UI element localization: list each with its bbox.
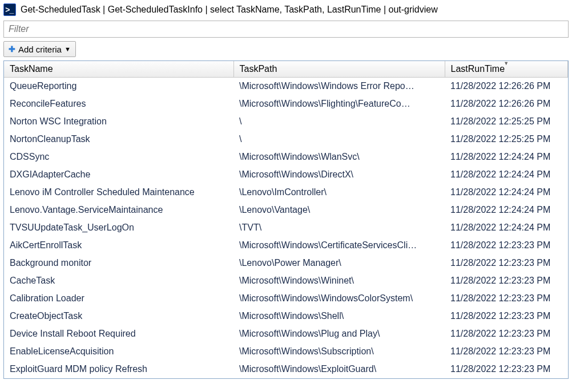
grid-container: TaskName TaskPath ▼ LastRunTime QueueRep… [3,60,569,379]
cell-taskpath: \Microsoft\Windows\Wininet\ [233,272,445,290]
table-row[interactable]: Lenovo.Vantage.ServiceMaintainance\Lenov… [4,201,568,219]
table-row[interactable]: NortonCleanupTask\11/28/2022 12:25:25 PM [4,131,568,148]
add-criteria-label: Add criteria [18,45,62,54]
window-title: Get-ScheduledTask | Get-ScheduledTaskInf… [21,5,438,15]
cell-lastruntime: 11/28/2022 12:23:23 PM [445,272,568,290]
cell-lastruntime: 11/28/2022 12:26:26 PM [445,95,568,113]
cell-lastruntime: 11/28/2022 12:24:24 PM [445,166,568,184]
titlebar[interactable]: >_ Get-ScheduledTask | Get-ScheduledTask… [0,0,572,19]
header-row: TaskName TaskPath ▼ LastRunTime [4,61,568,78]
cell-taskname: TVSUUpdateTask_UserLogOn [4,219,233,237]
cell-taskname: NortonCleanupTask [4,131,233,148]
table-row[interactable]: Background monitor\Lenovo\Power Manager\… [4,254,568,272]
table-row[interactable]: QueueReporting\Microsoft\Windows\Windows… [4,78,568,95]
cell-lastruntime: 11/28/2022 12:23:23 PM [445,308,568,325]
powershell-icon: >_ [3,3,16,16]
plus-icon: ✚ [9,45,15,54]
filter-bar [3,21,569,38]
table-row[interactable]: ReconcileFeatures\Microsoft\Windows\Flig… [4,95,568,113]
cell-lastruntime: 11/28/2022 12:23:23 PM [445,254,568,272]
cell-lastruntime: 11/28/2022 12:23:23 PM [445,361,568,378]
sort-desc-icon: ▼ [503,60,509,66]
column-header-lastruntime[interactable]: ▼ LastRunTime [445,61,568,78]
cell-taskname: ReconcileFeatures [4,95,233,113]
table-row[interactable]: CacheTask\Microsoft\Windows\Wininet\11/2… [4,272,568,290]
cell-taskname: CacheTask [4,272,233,290]
cell-taskname: Lenovo iM Controller Scheduled Maintenan… [4,184,233,201]
table-row[interactable]: DXGIAdapterCache\Microsoft\Windows\Direc… [4,166,568,184]
cell-taskname: CreateObjectTask [4,308,233,325]
cell-taskpath: \Microsoft\Windows\ExploitGuard\ [233,361,445,378]
chevron-down-icon: ▼ [65,46,71,52]
cell-lastruntime: 11/28/2022 12:26:26 PM [445,78,568,95]
table-row[interactable]: TVSUUpdateTask_UserLogOn\TVT\11/28/2022 … [4,219,568,237]
cell-taskpath: \ [233,113,445,131]
cell-taskpath: \Microsoft\Windows\Windows Error Repo… [233,78,445,95]
filter-input[interactable] [4,21,568,37]
cell-taskname: QueueReporting [4,78,233,95]
cell-lastruntime: 11/28/2022 12:24:24 PM [445,184,568,201]
cell-lastruntime: 11/28/2022 12:23:23 PM [445,325,568,343]
column-header-taskpath[interactable]: TaskPath [233,61,445,78]
cell-lastruntime: 11/28/2022 12:25:25 PM [445,113,568,131]
cell-taskpath: \Microsoft\Windows\Subscription\ [233,343,445,361]
cell-taskname: AikCertEnrollTask [4,237,233,254]
table-row[interactable]: Device Install Reboot Required\Microsoft… [4,325,568,343]
table-row[interactable]: CDSSync\Microsoft\Windows\WlanSvc\11/28/… [4,148,568,166]
cell-taskpath: \Microsoft\Windows\DirectX\ [233,166,445,184]
results-table: TaskName TaskPath ▼ LastRunTime QueueRep… [4,61,568,378]
cell-lastruntime: 11/28/2022 12:24:24 PM [445,219,568,237]
table-row[interactable]: Norton WSC Integration\11/28/2022 12:25:… [4,113,568,131]
cell-taskpath: \Lenovo\Power Manager\ [233,254,445,272]
column-label: TaskPath [240,64,277,74]
cell-taskpath: \Microsoft\Windows\WindowsColorSystem\ [233,290,445,308]
cell-lastruntime: 11/28/2022 12:23:23 PM [445,237,568,254]
column-header-taskname[interactable]: TaskName [4,61,233,78]
cell-taskpath: \Microsoft\Windows\Plug and Play\ [233,325,445,343]
cell-taskpath: \Microsoft\Windows\WlanSvc\ [233,148,445,166]
cell-lastruntime: 11/28/2022 12:24:24 PM [445,148,568,166]
table-row[interactable]: EnableLicenseAcquisition\Microsoft\Windo… [4,343,568,361]
cell-taskname: ExploitGuard MDM policy Refresh [4,361,233,378]
cell-taskpath: \ [233,131,445,148]
cell-taskname: DXGIAdapterCache [4,166,233,184]
column-label: LastRunTime [451,64,505,74]
table-row[interactable]: CreateObjectTask\Microsoft\Windows\Shell… [4,308,568,325]
criteria-bar: ✚ Add criteria ▼ [3,41,569,57]
cell-taskpath: \Lenovo\ImController\ [233,184,445,201]
cell-taskname: Norton WSC Integration [4,113,233,131]
cell-lastruntime: 11/28/2022 12:23:23 PM [445,343,568,361]
cell-taskname: Calibration Loader [4,290,233,308]
table-row[interactable]: Calibration Loader\Microsoft\Windows\Win… [4,290,568,308]
table-row[interactable]: AikCertEnrollTask\Microsoft\Windows\Cert… [4,237,568,254]
column-label: TaskName [10,64,53,74]
cell-taskname: Background monitor [4,254,233,272]
cell-taskpath: \Lenovo\Vantage\ [233,201,445,219]
cell-taskpath: \TVT\ [233,219,445,237]
cell-taskname: CDSSync [4,148,233,166]
table-row[interactable]: Lenovo iM Controller Scheduled Maintenan… [4,184,568,201]
cell-taskpath: \Microsoft\Windows\Shell\ [233,308,445,325]
cell-taskpath: \Microsoft\Windows\Flighting\FeatureCo… [233,95,445,113]
cell-taskname: EnableLicenseAcquisition [4,343,233,361]
table-row[interactable]: ExploitGuard MDM policy Refresh\Microsof… [4,361,568,378]
cell-taskname: Lenovo.Vantage.ServiceMaintainance [4,201,233,219]
cell-taskpath: \Microsoft\Windows\CertificateServicesCl… [233,237,445,254]
cell-lastruntime: 11/28/2022 12:25:25 PM [445,131,568,148]
cell-lastruntime: 11/28/2022 12:24:24 PM [445,201,568,219]
cell-taskname: Device Install Reboot Required [4,325,233,343]
add-criteria-button[interactable]: ✚ Add criteria ▼ [3,41,76,57]
cell-lastruntime: 11/28/2022 12:23:23 PM [445,290,568,308]
